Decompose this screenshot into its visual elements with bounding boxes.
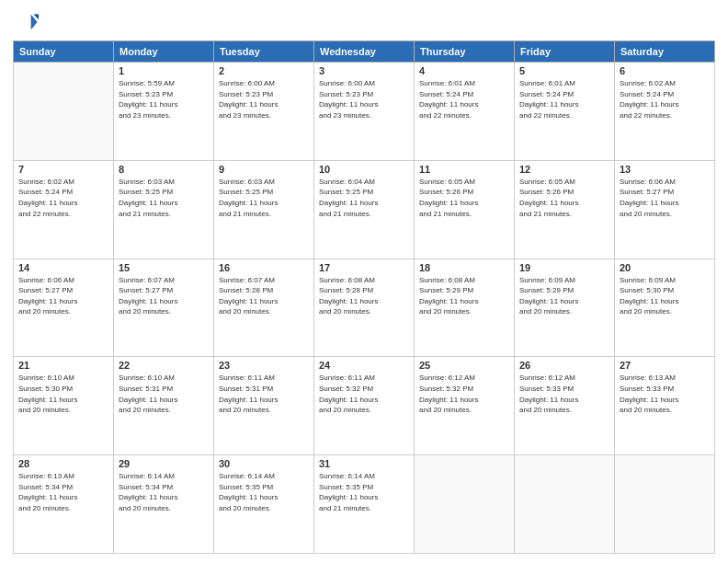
day-cell: 4Sunrise: 6:01 AM Sunset: 5:24 PM Daylig… xyxy=(415,63,515,161)
column-header-friday: Friday xyxy=(515,41,615,63)
day-info: Sunrise: 5:59 AM Sunset: 5:23 PM Dayligh… xyxy=(119,78,209,121)
day-number: 2 xyxy=(219,65,309,76)
day-number: 17 xyxy=(319,262,409,273)
day-number: 11 xyxy=(419,164,509,175)
day-cell: 16Sunrise: 6:07 AM Sunset: 5:28 PM Dayli… xyxy=(214,259,314,357)
day-cell: 6Sunrise: 6:02 AM Sunset: 5:24 PM Daylig… xyxy=(615,63,715,161)
day-info: Sunrise: 6:00 AM Sunset: 5:23 PM Dayligh… xyxy=(219,78,309,121)
header xyxy=(13,9,715,35)
day-cell: 11Sunrise: 6:05 AM Sunset: 5:26 PM Dayli… xyxy=(415,160,515,259)
day-cell: 28Sunrise: 6:13 AM Sunset: 5:34 PM Dayli… xyxy=(14,455,114,554)
day-info: Sunrise: 6:11 AM Sunset: 5:32 PM Dayligh… xyxy=(319,373,409,415)
day-info: Sunrise: 6:07 AM Sunset: 5:27 PM Dayligh… xyxy=(119,275,209,317)
day-number: 3 xyxy=(319,65,409,76)
day-cell: 29Sunrise: 6:14 AM Sunset: 5:34 PM Dayli… xyxy=(114,455,214,554)
calendar-table: SundayMondayTuesdayWednesdayThursdayFrid… xyxy=(13,40,715,554)
day-info: Sunrise: 6:10 AM Sunset: 5:31 PM Dayligh… xyxy=(119,373,209,415)
logo xyxy=(13,9,42,35)
day-number: 31 xyxy=(319,458,409,469)
day-cell: 1Sunrise: 5:59 AM Sunset: 5:23 PM Daylig… xyxy=(114,63,214,161)
day-cell: 10Sunrise: 6:04 AM Sunset: 5:25 PM Dayli… xyxy=(314,160,415,259)
page: SundayMondayTuesdayWednesdayThursdayFrid… xyxy=(0,0,728,563)
day-info: Sunrise: 6:03 AM Sunset: 5:25 PM Dayligh… xyxy=(219,177,309,219)
day-number: 1 xyxy=(119,65,209,76)
day-info: Sunrise: 6:12 AM Sunset: 5:32 PM Dayligh… xyxy=(419,373,509,415)
day-cell xyxy=(515,455,615,554)
day-info: Sunrise: 6:01 AM Sunset: 5:24 PM Dayligh… xyxy=(419,78,509,121)
day-number: 10 xyxy=(319,164,409,175)
day-info: Sunrise: 6:13 AM Sunset: 5:33 PM Dayligh… xyxy=(620,373,710,415)
calendar-body: 1Sunrise: 5:59 AM Sunset: 5:23 PM Daylig… xyxy=(14,63,715,554)
column-header-wednesday: Wednesday xyxy=(314,41,415,63)
calendar-header: SundayMondayTuesdayWednesdayThursdayFrid… xyxy=(14,41,715,63)
day-info: Sunrise: 6:03 AM Sunset: 5:25 PM Dayligh… xyxy=(119,177,209,219)
day-cell: 27Sunrise: 6:13 AM Sunset: 5:33 PM Dayli… xyxy=(615,357,715,455)
day-cell: 19Sunrise: 6:09 AM Sunset: 5:29 PM Dayli… xyxy=(515,259,615,357)
day-number: 22 xyxy=(119,360,209,371)
day-number: 15 xyxy=(119,262,209,273)
day-cell: 12Sunrise: 6:05 AM Sunset: 5:26 PM Dayli… xyxy=(515,160,615,259)
day-info: Sunrise: 6:14 AM Sunset: 5:34 PM Dayligh… xyxy=(119,471,209,513)
day-cell: 30Sunrise: 6:14 AM Sunset: 5:35 PM Dayli… xyxy=(214,455,314,554)
day-cell: 15Sunrise: 6:07 AM Sunset: 5:27 PM Dayli… xyxy=(114,259,214,357)
day-info: Sunrise: 6:13 AM Sunset: 5:34 PM Dayligh… xyxy=(18,471,108,513)
day-number: 24 xyxy=(319,360,409,371)
day-number: 6 xyxy=(620,65,710,76)
day-info: Sunrise: 6:08 AM Sunset: 5:28 PM Dayligh… xyxy=(319,275,409,317)
day-number: 13 xyxy=(620,164,710,175)
day-cell: 18Sunrise: 6:08 AM Sunset: 5:29 PM Dayli… xyxy=(415,259,515,357)
day-cell xyxy=(615,455,715,554)
day-number: 16 xyxy=(219,262,309,273)
week-row-1: 1Sunrise: 5:59 AM Sunset: 5:23 PM Daylig… xyxy=(14,63,715,161)
day-number: 29 xyxy=(119,458,209,469)
day-cell: 5Sunrise: 6:01 AM Sunset: 5:24 PM Daylig… xyxy=(515,63,615,161)
day-cell: 23Sunrise: 6:11 AM Sunset: 5:31 PM Dayli… xyxy=(214,357,314,455)
column-header-thursday: Thursday xyxy=(415,41,515,63)
day-info: Sunrise: 6:10 AM Sunset: 5:30 PM Dayligh… xyxy=(18,373,108,415)
day-number: 23 xyxy=(219,360,309,371)
day-cell: 13Sunrise: 6:06 AM Sunset: 5:27 PM Dayli… xyxy=(615,160,715,259)
day-info: Sunrise: 6:07 AM Sunset: 5:28 PM Dayligh… xyxy=(219,275,309,317)
day-cell xyxy=(14,63,114,161)
day-cell: 21Sunrise: 6:10 AM Sunset: 5:30 PM Dayli… xyxy=(14,357,114,455)
day-info: Sunrise: 6:06 AM Sunset: 5:27 PM Dayligh… xyxy=(18,275,108,317)
day-cell: 31Sunrise: 6:14 AM Sunset: 5:35 PM Dayli… xyxy=(314,455,415,554)
day-number: 26 xyxy=(519,360,609,371)
day-info: Sunrise: 6:02 AM Sunset: 5:24 PM Dayligh… xyxy=(620,78,710,121)
week-row-4: 21Sunrise: 6:10 AM Sunset: 5:30 PM Dayli… xyxy=(14,357,715,455)
day-cell: 25Sunrise: 6:12 AM Sunset: 5:32 PM Dayli… xyxy=(415,357,515,455)
day-info: Sunrise: 6:05 AM Sunset: 5:26 PM Dayligh… xyxy=(519,177,609,219)
day-info: Sunrise: 6:05 AM Sunset: 5:26 PM Dayligh… xyxy=(419,177,509,219)
day-cell: 14Sunrise: 6:06 AM Sunset: 5:27 PM Dayli… xyxy=(14,259,114,357)
day-info: Sunrise: 6:14 AM Sunset: 5:35 PM Dayligh… xyxy=(319,471,409,513)
day-number: 8 xyxy=(119,164,209,175)
day-info: Sunrise: 6:04 AM Sunset: 5:25 PM Dayligh… xyxy=(319,177,409,219)
day-number: 30 xyxy=(219,458,309,469)
day-cell: 9Sunrise: 6:03 AM Sunset: 5:25 PM Daylig… xyxy=(214,160,314,259)
day-info: Sunrise: 6:09 AM Sunset: 5:30 PM Dayligh… xyxy=(620,275,710,317)
column-header-monday: Monday xyxy=(114,41,214,63)
day-info: Sunrise: 6:12 AM Sunset: 5:33 PM Dayligh… xyxy=(519,373,609,415)
week-row-3: 14Sunrise: 6:06 AM Sunset: 5:27 PM Dayli… xyxy=(14,259,715,357)
day-info: Sunrise: 6:02 AM Sunset: 5:24 PM Dayligh… xyxy=(18,177,108,219)
header-row: SundayMondayTuesdayWednesdayThursdayFrid… xyxy=(14,41,715,63)
day-cell: 22Sunrise: 6:10 AM Sunset: 5:31 PM Dayli… xyxy=(114,357,214,455)
day-number: 25 xyxy=(419,360,509,371)
day-number: 20 xyxy=(620,262,710,273)
day-number: 14 xyxy=(18,262,108,273)
day-cell: 26Sunrise: 6:12 AM Sunset: 5:33 PM Dayli… xyxy=(515,357,615,455)
day-number: 21 xyxy=(18,360,108,371)
day-cell: 20Sunrise: 6:09 AM Sunset: 5:30 PM Dayli… xyxy=(615,259,715,357)
day-cell: 2Sunrise: 6:00 AM Sunset: 5:23 PM Daylig… xyxy=(214,63,314,161)
day-number: 18 xyxy=(419,262,509,273)
day-number: 4 xyxy=(419,65,509,76)
day-number: 27 xyxy=(620,360,710,371)
day-info: Sunrise: 6:09 AM Sunset: 5:29 PM Dayligh… xyxy=(519,275,609,317)
day-info: Sunrise: 6:11 AM Sunset: 5:31 PM Dayligh… xyxy=(219,373,309,415)
day-info: Sunrise: 6:01 AM Sunset: 5:24 PM Dayligh… xyxy=(519,78,609,121)
day-cell: 17Sunrise: 6:08 AM Sunset: 5:28 PM Dayli… xyxy=(314,259,415,357)
week-row-2: 7Sunrise: 6:02 AM Sunset: 5:24 PM Daylig… xyxy=(14,160,715,259)
column-header-sunday: Sunday xyxy=(14,41,114,63)
column-header-saturday: Saturday xyxy=(615,41,715,63)
day-info: Sunrise: 6:14 AM Sunset: 5:35 PM Dayligh… xyxy=(219,471,309,513)
